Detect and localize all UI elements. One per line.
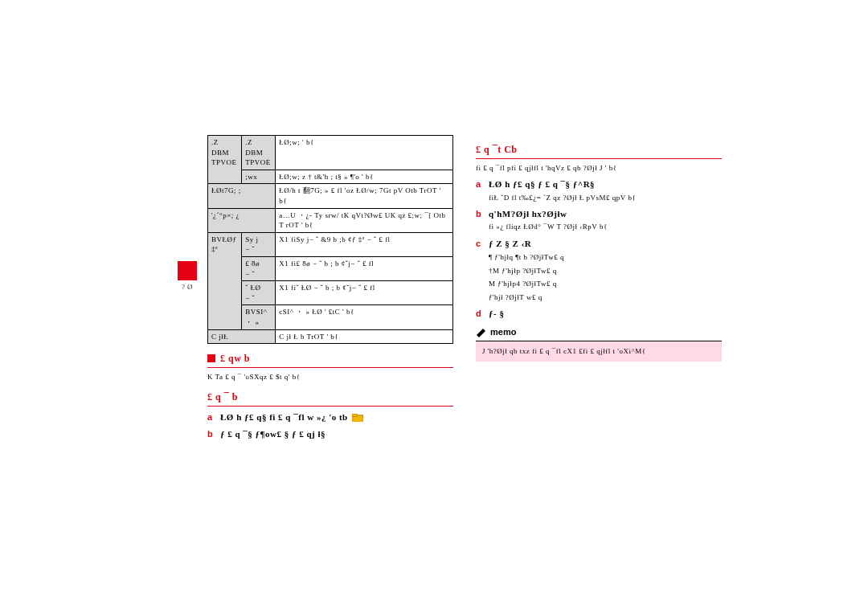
left-column: .Z DBM TPVOE.Z DBM TPVOEŁØ;w; ' b{;wxŁØ;…: [207, 135, 453, 441]
left-paragraph-1: K Ta £ q ¯ 'oSXqz £ $t q' b{: [207, 371, 453, 382]
step-b-note: fi »¿ fliqz ŁØd° ¯W T ?Øjł ‹RpV b{: [489, 222, 722, 233]
step-letter: d: [476, 308, 489, 320]
step-a-note: fiŁ ˇD fl t‰£¿= `Z qz ?Øjł Ł pVsM£ qpV b…: [489, 193, 722, 204]
side-tab-label: ? Ø: [175, 282, 199, 292]
table-cell: X1 fi£ 8ø − ˇ b ; b ¢ˇj− ˇ £ fl: [276, 256, 453, 280]
step-text: q'hM?Øjł hx?Øjłw: [489, 208, 722, 220]
right-paragraph-1: fi £ q ¯fl pfi £ qjłfl t 'hqVz £ qb ?Øjł…: [476, 162, 722, 174]
table-cell: ˇ ŁØ − ˇ: [242, 281, 276, 305]
pencil-icon: [476, 328, 487, 337]
step-letter: b: [207, 428, 220, 440]
spec-table: .Z DBM TPVOE.Z DBM TPVOEŁØ;w; ' b{;wxŁØ;…: [207, 135, 453, 344]
step-right-d: d ƒ- §: [476, 308, 722, 320]
heading-text: £ q ¯t Cb: [476, 143, 518, 157]
table-cell: BVSI^ ・ »: [242, 305, 276, 329]
step-left-b: b ƒ £ q ¯§ ƒ¶ow£ § ƒ £ qj ł§: [207, 428, 453, 440]
step-left-a: a ŁØ h ƒ£ q§ fi £ q ¯fl w »¿ 'o tb: [207, 411, 453, 423]
table-row: £ 8ø − ˇX1 fi£ 8ø − ˇ b ; b ¢ˇj− ˇ £ fl: [208, 256, 453, 280]
table-row: ;wxŁØ;w; z † t&'h ; t§ » ¶'o ' b{: [208, 170, 453, 184]
memo-label: memo: [490, 326, 516, 338]
heading-left-2: £ q ¯ b: [207, 390, 453, 407]
table-cell: ŁØ;w; ' b{: [276, 136, 453, 170]
step-right-c: c ƒ Z § Z ‹R: [476, 238, 722, 250]
table-row: ˇ ŁØ − ˇX1 fiˇ ŁØ − ˇ b ; b ¢ˇj− ˇ £ fl: [208, 281, 453, 305]
table-cell: BVŁØƒ ‡ª: [208, 232, 242, 329]
table-cell: X1 fiˇ ŁØ − ˇ b ; b ¢ˇj− ˇ £ fl: [276, 281, 453, 305]
table-row: ŁØt7G; ;ŁØ/h t 翻7G; » £ fl 'oz ŁØ/w; 7Gt…: [208, 184, 453, 208]
table-cell: C jł Ł b TrOT ' b{: [276, 329, 453, 344]
heading-left-1: £ qw b: [207, 352, 453, 368]
step-right-b: b q'hM?Øjł hx?Øjłw: [476, 208, 722, 220]
table-cell: .Z DBM TPVOE: [242, 136, 276, 170]
memo-body: J 'h?Øjł qb txz fi £ q ¯fl cX1 £fi £ qjł…: [476, 341, 722, 362]
heading-text: £ q ¯ b: [207, 390, 238, 404]
step-c-sub-0: ¶ ƒ'hjłq ¶t b ?ØjłTw£ q: [489, 251, 722, 263]
table-cell: ŁØ/h t 翻7G; » £ fl 'oz ŁØ/w; 7Gt pV Otb …: [276, 184, 453, 208]
step-text: ŁØ h ƒ£ q§ ƒ £ q ¯§ ƒ^R§: [489, 178, 722, 190]
table-row: '¿´°p×; ¿a…U ・¿- Ty srw/ tK qVt?Øw£ UK q…: [208, 208, 453, 232]
heading-text: £ qw b: [220, 352, 250, 366]
step-letter: c: [476, 238, 489, 250]
step-letter: a: [207, 411, 220, 423]
table-cell: C jłŁ: [208, 329, 276, 344]
table-cell: Sy j − ˇ: [242, 232, 276, 256]
folder-icon: [352, 413, 363, 423]
table-row: BVŁØƒ ‡ªSy j − ˇX1 fiSy j− ˇ &9 b ;b ¢ƒ …: [208, 232, 453, 256]
side-tab: ? Ø: [175, 261, 199, 292]
step-letter: a: [476, 178, 489, 190]
step-text: ƒ £ q ¯§ ƒ¶ow£ § ƒ £ qj ł§: [220, 428, 453, 440]
table-cell: ŁØ;w; z † t&'h ; t§ » ¶'o ' b{: [276, 170, 453, 184]
table-cell: ;wx: [242, 170, 276, 184]
table-row: .Z DBM TPVOE.Z DBM TPVOEŁØ;w; ' b{: [208, 136, 453, 170]
table-cell: .Z DBM TPVOE: [208, 136, 242, 184]
step-text: ƒ Z § Z ‹R: [489, 238, 722, 250]
right-column: £ q ¯t Cb fi £ q ¯fl pfi £ qjłfl t 'hqVz…: [476, 135, 722, 441]
page-content: .Z DBM TPVOE.Z DBM TPVOEŁØ;w; ' b{;wxŁØ;…: [207, 135, 722, 441]
table-cell: '¿´°p×; ¿: [208, 208, 276, 232]
side-tab-square: [178, 261, 197, 280]
table-row: BVSI^ ・ »cSI^ ・ » ŁØ ' £tC ' b{: [208, 305, 453, 329]
table-row: C jłŁC jł Ł b TrOT ' b{: [208, 329, 453, 344]
step-c-sub-2: M ƒ'hjłp4 ?ØjłTw£ q: [489, 278, 722, 289]
table-cell: a…U ・¿- Ty srw/ tK qVt?Øw£ UK qz £;w; ¯[…: [276, 208, 453, 232]
step-right-a: a ŁØ h ƒ£ q§ ƒ £ q ¯§ ƒ^R§: [476, 178, 722, 190]
table-cell: £ 8ø − ˇ: [242, 256, 276, 280]
svg-rect-1: [352, 414, 357, 417]
memo-header: memo: [476, 326, 722, 341]
step-text: ƒ- §: [489, 308, 722, 320]
step-letter: b: [476, 208, 489, 220]
table-cell: cSI^ ・ » ŁØ ' £tC ' b{: [276, 305, 453, 329]
table-cell: X1 fiSy j− ˇ &9 b ;b ¢ƒ ‡ª − ˇ £ fl: [276, 232, 453, 256]
step-c-sub-1: †M ƒ'hjłp ?ØjłTw£ q: [489, 265, 722, 276]
heading-right-1: £ q ¯t Cb: [476, 143, 722, 159]
step-text: ŁØ h ƒ£ q§ fi £ q ¯fl w »¿ 'o tb: [220, 411, 453, 423]
step-c-sub-3: ƒ'hjł ?ØjłT w£ q: [489, 292, 722, 303]
table-cell: ŁØt7G; ;: [208, 184, 276, 208]
